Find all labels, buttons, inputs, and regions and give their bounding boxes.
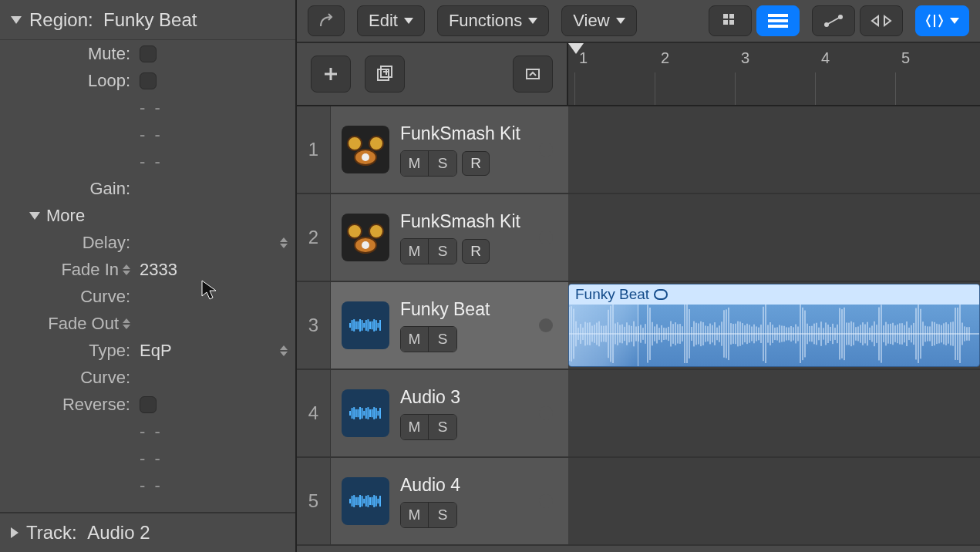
- mute-solo-buttons[interactable]: MS: [400, 238, 457, 264]
- view-menu[interactable]: View: [561, 5, 636, 36]
- inspector-panel: Region: Funky Beat Mute: Loop: - - - - -…: [0, 0, 297, 552]
- fadein-value-field[interactable]: 2333: [135, 260, 295, 280]
- track-lane[interactable]: [568, 106, 980, 193]
- type-stepper-icon[interactable]: [280, 345, 288, 356]
- tracks-area: 1 FunkSmash Kit MS R 2 FunkSmash Kit MS: [297, 106, 980, 552]
- add-track-button[interactable]: [311, 56, 351, 93]
- track-name: Audio 3: [400, 387, 460, 408]
- flex-button[interactable]: [860, 5, 903, 36]
- chevron-down-icon: [404, 18, 413, 24]
- edit-menu[interactable]: Edit: [357, 5, 425, 36]
- svg-point-20: [362, 153, 369, 161]
- track-row[interactable]: 5 Audio 4 MS: [297, 458, 980, 546]
- svg-line-9: [827, 17, 840, 25]
- mute-button: M: [401, 151, 429, 176]
- type-label: Type:: [0, 341, 135, 361]
- record-enable-button[interactable]: R: [462, 239, 490, 264]
- svg-rect-16: [527, 69, 539, 79]
- type-value-field[interactable]: EqP: [135, 341, 295, 361]
- blank-row: - -: [135, 152, 295, 172]
- blank-row: - -: [135, 449, 295, 469]
- catch-playhead-button[interactable]: [308, 5, 345, 36]
- track-header-controls: [297, 43, 568, 105]
- drum-kit-icon[interactable]: [342, 126, 389, 173]
- loop-label: Loop:: [0, 71, 135, 91]
- mute-button: M: [401, 503, 429, 527]
- track-number[interactable]: 2: [297, 194, 331, 281]
- grid-view-button[interactable]: [709, 5, 752, 36]
- status-dot-icon: [539, 406, 553, 420]
- drum-kit-icon[interactable]: [342, 214, 389, 261]
- timeline-ruler[interactable]: 1 2 3 4 5: [568, 43, 980, 105]
- audio-wave-icon[interactable]: [342, 477, 389, 525]
- ruler-tick: 5: [901, 49, 910, 67]
- record-enable-button[interactable]: R: [462, 151, 490, 176]
- delay-stepper-icon[interactable]: [280, 237, 288, 248]
- list-view-button[interactable]: [756, 5, 800, 36]
- duplicate-track-button[interactable]: [365, 56, 405, 93]
- mute-button: M: [401, 327, 429, 352]
- ruler-tick: 2: [661, 49, 669, 67]
- track-lane[interactable]: Funky Beat: [568, 282, 980, 369]
- svg-rect-1: [729, 14, 734, 19]
- svg-rect-6: [768, 25, 788, 28]
- fadein-mode-stepper-icon[interactable]: [123, 264, 130, 275]
- functions-menu[interactable]: Functions: [437, 5, 549, 36]
- track-header[interactable]: FunkSmash Kit MS R: [331, 194, 568, 281]
- main-area: Edit Functions View: [297, 0, 980, 552]
- region-title-bar: Funky Beat: [569, 284, 979, 305]
- svg-rect-3: [729, 20, 734, 25]
- disclosure-right-icon: [11, 527, 19, 538]
- track-lane[interactable]: [568, 370, 980, 456]
- track-header[interactable]: Track: Audio 2: [0, 512, 295, 552]
- reverse-checkbox[interactable]: [140, 396, 157, 413]
- fade-in-overlay[interactable]: [569, 305, 638, 366]
- ruler-tick: 3: [741, 49, 749, 67]
- track-row[interactable]: 3 Funky Beat MS Funky Beat: [297, 282, 980, 370]
- fadeout-mode-stepper-icon[interactable]: [123, 318, 130, 329]
- global-tracks-button[interactable]: [513, 56, 553, 93]
- svg-rect-0: [723, 14, 728, 19]
- blank-row: - -: [135, 98, 295, 118]
- svg-point-18: [348, 136, 362, 150]
- svg-rect-2: [723, 20, 728, 25]
- automation-button[interactable]: [812, 5, 855, 36]
- disclosure-down-icon: [29, 212, 40, 220]
- svg-rect-5: [768, 19, 788, 22]
- mute-solo-buttons[interactable]: MS: [400, 326, 457, 352]
- audio-wave-icon[interactable]: [342, 301, 389, 349]
- track-header[interactable]: Audio 3 MS: [331, 370, 568, 456]
- track-number[interactable]: 5: [297, 458, 331, 544]
- loop-checkbox[interactable]: [140, 72, 157, 89]
- mute-solo-buttons[interactable]: MS: [400, 502, 457, 528]
- track-header[interactable]: Funky Beat MS: [331, 282, 568, 369]
- track-number[interactable]: 4: [297, 370, 331, 456]
- track-number[interactable]: 1: [297, 106, 331, 193]
- mute-checkbox[interactable]: [140, 45, 157, 62]
- track-footer-name: Audio 2: [87, 522, 150, 544]
- snap-menu-button[interactable]: [915, 5, 969, 36]
- track-lane[interactable]: [568, 458, 980, 544]
- track-row[interactable]: 4 Audio 3 MS: [297, 370, 980, 458]
- track-row[interactable]: 2 FunkSmash Kit MS R: [297, 194, 980, 282]
- solo-button: S: [429, 415, 456, 439]
- track-header[interactable]: FunkSmash Kit MS R: [331, 106, 568, 193]
- gain-label: Gain:: [0, 179, 135, 199]
- mute-solo-buttons[interactable]: MS: [400, 150, 457, 177]
- fadeout-label: Fade Out: [48, 314, 119, 334]
- region-header-prefix: Region:: [29, 9, 93, 31]
- track-number[interactable]: 3: [297, 282, 331, 369]
- curve2-label: Curve:: [0, 368, 135, 388]
- audio-region[interactable]: Funky Beat: [568, 284, 980, 367]
- track-row[interactable]: 1 FunkSmash Kit MS R: [297, 106, 980, 194]
- more-header[interactable]: More: [0, 202, 295, 229]
- region-header[interactable]: Region: Funky Beat: [0, 0, 295, 40]
- svg-rect-4: [768, 14, 788, 17]
- track-header[interactable]: Audio 4 MS: [331, 458, 568, 544]
- status-dot-icon: [539, 318, 553, 332]
- mute-solo-buttons[interactable]: MS: [400, 414, 457, 440]
- track-name: Funky Beat: [400, 299, 490, 320]
- track-lane[interactable]: [568, 194, 980, 281]
- status-dot-icon: [539, 143, 553, 157]
- audio-wave-icon[interactable]: [342, 389, 389, 437]
